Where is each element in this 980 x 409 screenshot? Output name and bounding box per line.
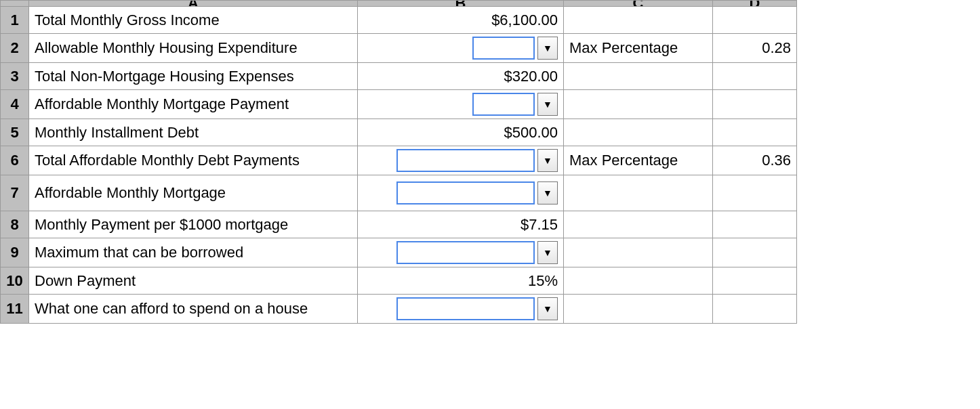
chevron-down-icon[interactable]: ▼ (537, 93, 558, 116)
row-header-3[interactable]: 3 (1, 63, 29, 90)
cell-D10[interactable] (713, 267, 797, 295)
cell-A8[interactable]: Monthly Payment per $1000 mortgage (29, 211, 358, 238)
dropdown-input[interactable] (472, 37, 535, 60)
spreadsheet-table: A B C D 1Total Monthly Gross Income$6,10… (0, 0, 797, 324)
cell-D3[interactable] (713, 63, 797, 90)
dropdown-input[interactable] (396, 241, 535, 264)
dropdown-B7[interactable]: ▼ (363, 178, 558, 208)
row-header-7[interactable]: 7 (1, 175, 29, 211)
cell-A9[interactable]: Maximum that can be borrowed (29, 238, 358, 267)
row-header-8[interactable]: 8 (1, 211, 29, 238)
corner-header[interactable] (1, 1, 29, 7)
col-header-C[interactable]: C (564, 1, 713, 7)
dropdown-B6[interactable]: ▼ (363, 149, 558, 172)
cell-B10[interactable]: 15% (358, 267, 564, 295)
dropdown-B4[interactable]: ▼ (363, 93, 558, 116)
row-header-10[interactable]: 10 (1, 267, 29, 295)
cell-A3[interactable]: Total Non-Mortgage Housing Expenses (29, 63, 358, 90)
cell-B2[interactable]: ▼ (358, 34, 564, 63)
chevron-down-icon[interactable]: ▼ (537, 149, 558, 172)
cell-A11[interactable]: What one can afford to spend on a house (29, 295, 358, 324)
cell-C1[interactable] (564, 7, 713, 34)
cell-D5[interactable] (713, 119, 797, 146)
cell-D6[interactable]: 0.36 (713, 146, 797, 175)
chevron-down-icon[interactable]: ▼ (537, 241, 558, 264)
cell-D8[interactable] (713, 211, 797, 238)
cell-D9[interactable] (713, 238, 797, 267)
row-header-4[interactable]: 4 (1, 90, 29, 119)
dropdown-input[interactable] (396, 181, 535, 204)
dropdown-B11[interactable]: ▼ (363, 297, 558, 320)
col-header-A[interactable]: A (29, 1, 358, 7)
cell-A6[interactable]: Total Affordable Monthly Debt Payments (29, 146, 358, 175)
cell-D11[interactable] (713, 295, 797, 324)
cell-B5[interactable]: $500.00 (358, 119, 564, 146)
chevron-down-icon[interactable]: ▼ (537, 181, 558, 204)
row-header-5[interactable]: 5 (1, 119, 29, 146)
cell-C5[interactable] (564, 119, 713, 146)
cell-A2[interactable]: Allowable Monthly Housing Expenditure (29, 34, 358, 63)
row-header-11[interactable]: 11 (1, 295, 29, 324)
cell-C9[interactable] (564, 238, 713, 267)
cell-B7[interactable]: ▼ (358, 175, 564, 211)
col-header-D[interactable]: D (713, 1, 797, 7)
cell-C11[interactable] (564, 295, 713, 324)
cell-B8[interactable]: $7.15 (358, 211, 564, 238)
cell-A10[interactable]: Down Payment (29, 267, 358, 295)
cell-C8[interactable] (564, 211, 713, 238)
cell-B6[interactable]: ▼ (358, 146, 564, 175)
cell-C2[interactable]: Max Percentage (564, 34, 713, 63)
cell-B11[interactable]: ▼ (358, 295, 564, 324)
cell-C10[interactable] (564, 267, 713, 295)
row-header-9[interactable]: 9 (1, 238, 29, 267)
cell-B3[interactable]: $320.00 (358, 63, 564, 90)
cell-B1[interactable]: $6,100.00 (358, 7, 564, 34)
cell-D4[interactable] (713, 90, 797, 119)
cell-C3[interactable] (564, 63, 713, 90)
chevron-down-icon[interactable]: ▼ (537, 37, 558, 60)
cell-B4[interactable]: ▼ (358, 90, 564, 119)
row-header-2[interactable]: 2 (1, 34, 29, 63)
cell-C6[interactable]: Max Percentage (564, 146, 713, 175)
row-header-6[interactable]: 6 (1, 146, 29, 175)
dropdown-input[interactable] (396, 297, 535, 320)
cell-C4[interactable] (564, 90, 713, 119)
chevron-down-icon[interactable]: ▼ (537, 297, 558, 320)
dropdown-input[interactable] (472, 93, 535, 116)
cell-D2[interactable]: 0.28 (713, 34, 797, 63)
row-header-1[interactable]: 1 (1, 7, 29, 34)
cell-A5[interactable]: Monthly Installment Debt (29, 119, 358, 146)
cell-A1[interactable]: Total Monthly Gross Income (29, 7, 358, 34)
cell-C7[interactable] (564, 175, 713, 211)
cell-D1[interactable] (713, 7, 797, 34)
cell-B9[interactable]: ▼ (358, 238, 564, 267)
col-header-B[interactable]: B (358, 1, 564, 7)
cell-A4[interactable]: Affordable Monthly Mortgage Payment (29, 90, 358, 119)
cell-D7[interactable] (713, 175, 797, 211)
cell-A7[interactable]: Affordable Monthly Mortgage (29, 175, 358, 211)
dropdown-B9[interactable]: ▼ (363, 241, 558, 264)
dropdown-input[interactable] (396, 149, 535, 172)
dropdown-B2[interactable]: ▼ (363, 37, 558, 60)
